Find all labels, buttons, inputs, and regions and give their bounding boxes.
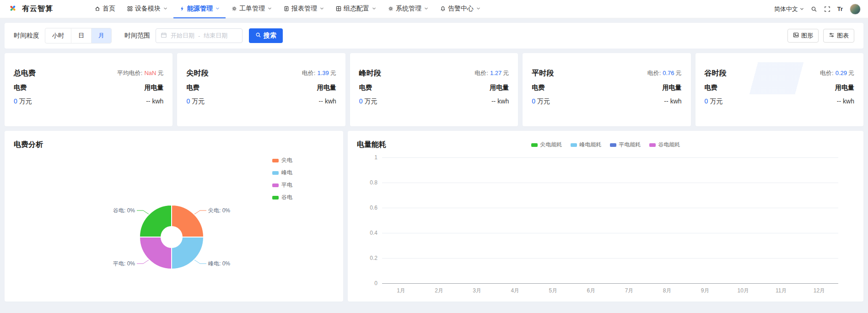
legend-label: 谷电能耗 xyxy=(658,141,680,149)
range-label: 时间范围 xyxy=(124,32,150,40)
home-icon xyxy=(95,6,100,11)
app-logo[interactable]: 有云智算 xyxy=(7,3,67,16)
graphic-view-label: 图形 xyxy=(801,32,813,40)
usage-label: 用电量 xyxy=(835,83,854,92)
search-icon xyxy=(255,32,261,39)
unit-price: 电价:1.39元 xyxy=(302,69,336,78)
legend-swatch xyxy=(272,183,279,187)
navbar-tools: 简体中文 Tr xyxy=(774,4,861,15)
nav-item-label: 工单管理 xyxy=(239,5,265,13)
panel-title: 电量能耗 xyxy=(357,140,386,150)
nav-item-configuration[interactable]: 组态配置 xyxy=(330,0,382,18)
energy-consumption-panel: 电量能耗 尖电能耗 峰电能耗 平电能耗 谷电能耗 xyxy=(348,131,863,302)
graphic-view-button[interactable]: 图形 xyxy=(787,29,819,43)
usage-label: 用电量 xyxy=(144,83,163,92)
nav-item-label: 设备模块 xyxy=(135,5,161,13)
nav-item-workorders[interactable]: 工单管理 xyxy=(226,0,278,18)
nav-item-label: 报表管理 xyxy=(291,5,317,13)
nav-item-home[interactable]: 首页 xyxy=(89,0,121,18)
x-axis-label: 9月 xyxy=(686,287,724,295)
chevron-down-icon xyxy=(216,6,220,11)
chart-view-button[interactable]: 图表 xyxy=(823,29,854,43)
x-axis-label: 10月 xyxy=(724,287,762,295)
y-axis-tick: 0.8 xyxy=(370,179,377,186)
legend-item-peak[interactable]: 峰电 xyxy=(272,169,292,177)
fee-value: 0万元 xyxy=(532,97,554,105)
usage-value: --kwh xyxy=(319,97,336,105)
usage-label: 用电量 xyxy=(317,83,336,92)
legend-item-peak-energy[interactable]: 峰电能耗 xyxy=(571,141,602,149)
nav-item-energy[interactable]: 能源管理 xyxy=(173,0,226,18)
translate-icon[interactable]: Tr xyxy=(837,5,843,12)
fee-value: 0万元 xyxy=(359,97,381,105)
line-legend: 尖电能耗 峰电能耗 平电能耗 谷电能耗 xyxy=(531,141,680,149)
x-axis-label: 3月 xyxy=(458,287,496,295)
fullscreen-icon[interactable] xyxy=(824,6,830,12)
chevron-down-icon xyxy=(163,6,167,11)
language-selector[interactable]: 简体中文 xyxy=(774,5,804,13)
granularity-option-hour[interactable]: 小时 xyxy=(45,28,71,43)
date-range-picker[interactable]: 开始日期 - 结束日期 xyxy=(156,28,243,43)
x-axis-labels: 1月 2月 3月 4月 5月 6月 7月 8月 9月 10月 11月 12月 xyxy=(382,287,838,295)
x-axis-label: 11月 xyxy=(762,287,800,295)
granularity-option-month[interactable]: 月 xyxy=(91,28,111,43)
nav-item-alerts[interactable]: 告警中心 xyxy=(434,0,486,18)
y-axis-tick: 0.2 xyxy=(370,255,377,261)
chevron-down-icon xyxy=(800,5,804,12)
legend-swatch xyxy=(272,171,279,175)
donut-chart[interactable]: 尖电: 0% 峰电: 0% 平电: 0% 谷电: 0% xyxy=(87,182,256,292)
nav-item-label: 系统管理 xyxy=(396,5,421,13)
x-axis-label: 12月 xyxy=(800,287,838,295)
callout-line xyxy=(137,210,149,214)
top-navbar: 有云智算 首页 设备模块 能源管理 工单管理 报表管理 组态配置 xyxy=(0,0,868,18)
gridline xyxy=(382,183,838,183)
legend-swatch xyxy=(272,196,279,200)
card-title: 峰时段 xyxy=(359,69,381,78)
legend-label: 尖电能耗 xyxy=(540,141,562,149)
chevron-down-icon xyxy=(476,6,480,11)
x-axis-label: 2月 xyxy=(420,287,458,295)
legend-item-valley[interactable]: 谷电 xyxy=(272,194,292,201)
unit-price: 平均电价:NaN元 xyxy=(117,69,164,78)
modules-grid-icon xyxy=(127,6,133,11)
fee-value: 0万元 xyxy=(186,97,208,105)
search-icon[interactable] xyxy=(811,6,817,12)
legend-swatch xyxy=(272,159,279,162)
fee-label: 电费 xyxy=(14,83,36,92)
y-axis-tick: 0 xyxy=(374,280,377,286)
usage-value: --kwh xyxy=(491,97,509,105)
legend-item-flat-energy[interactable]: 平电能耗 xyxy=(610,141,641,149)
gridline xyxy=(382,157,838,158)
callout-label-sharp: 尖电: 0% xyxy=(208,207,230,214)
legend-item-flat[interactable]: 平电 xyxy=(272,181,292,189)
legend-label: 峰电 xyxy=(281,169,292,177)
nav-item-devices[interactable]: 设备模块 xyxy=(121,0,173,18)
search-button[interactable]: 搜索 xyxy=(249,28,283,43)
view-toggle-group: 图形 图表 xyxy=(787,29,854,43)
nav-item-label: 首页 xyxy=(102,5,115,13)
user-avatar[interactable] xyxy=(850,4,861,15)
fee-value: 0万元 xyxy=(14,97,36,105)
filter-bar: 时间粒度 小时 日 月 时间范围 开始日期 - 结束日期 搜索 图形 图表 xyxy=(5,23,863,49)
gridline xyxy=(382,208,838,208)
calendar-icon xyxy=(161,32,167,40)
logo-pinwheel-icon xyxy=(7,3,18,16)
nav-item-reports[interactable]: 报表管理 xyxy=(278,0,330,18)
legend-item-sharp-energy[interactable]: 尖电能耗 xyxy=(531,141,562,149)
sliders-icon xyxy=(829,32,835,39)
legend-item-sharp[interactable]: 尖电 xyxy=(272,156,292,164)
callout-line xyxy=(137,260,149,264)
search-button-label: 搜索 xyxy=(264,32,276,40)
card-title: 尖时段 xyxy=(186,69,208,78)
legend-item-valley-energy[interactable]: 谷电能耗 xyxy=(649,141,680,149)
pie-legend: 尖电 峰电 平电 谷电 xyxy=(272,156,292,201)
usage-value: --kwh xyxy=(837,97,854,105)
line-chart-plot-area[interactable]: 1 0.8 0.6 0.4 0.2 0 1月 2月 3月 4月 5月 6月 7月… xyxy=(382,157,838,283)
nav-item-system[interactable]: 系统管理 xyxy=(382,0,434,18)
gridline xyxy=(382,258,838,259)
picture-icon xyxy=(793,32,799,39)
unit-price: 电价:0.76元 xyxy=(647,69,682,78)
range-separator: - xyxy=(198,32,200,39)
granularity-option-day[interactable]: 日 xyxy=(71,28,91,43)
report-doc-icon xyxy=(284,6,289,11)
